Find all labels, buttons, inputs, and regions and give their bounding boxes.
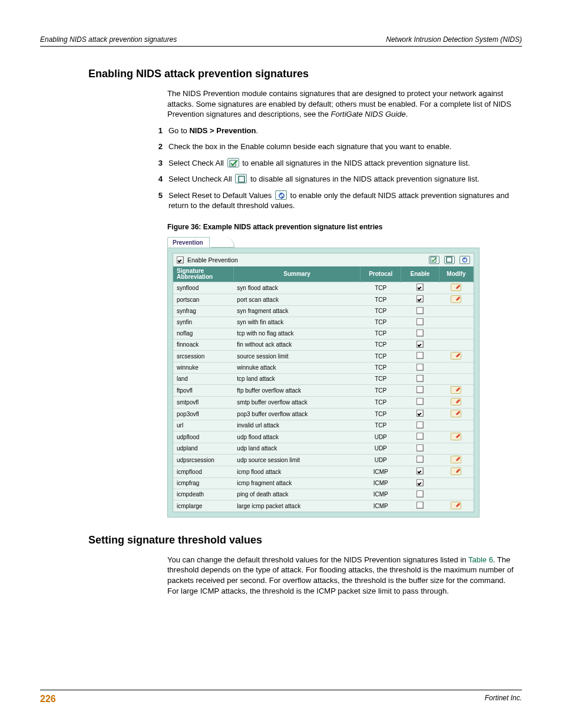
cell-modify [439,420,473,431]
enable-checkbox[interactable] [416,364,424,371]
col-header-enable: Enable [401,266,439,282]
cell-abbr: noflag [173,328,233,339]
enable-checkbox[interactable] [416,318,424,325]
cell-modify [439,339,473,350]
enable-checkbox[interactable] [416,456,424,463]
cell-abbr: udpland [173,443,233,454]
cell-enable [401,384,439,396]
cell-summary: udp flood attack [233,431,360,443]
cell-protocol: TCP [361,420,401,431]
enable-checkbox[interactable] [416,295,424,302]
cell-abbr: icmplarge [173,500,233,512]
cell-abbr: srcsession [173,350,233,362]
modify-icon[interactable] [451,284,461,291]
enable-prevention-checkbox[interactable] [177,256,184,263]
modify-icon[interactable] [451,456,461,463]
cell-enable [401,408,439,420]
cell-enable [401,489,439,500]
cell-summary: invalid url attack [233,420,360,431]
enable-checkbox[interactable] [416,479,424,486]
table-row: icmplargelarge icmp packet attackICMP [173,500,474,512]
enable-checkbox[interactable] [416,386,424,393]
modify-icon[interactable] [451,352,461,360]
cell-summary: udp land attack [233,443,360,454]
cell-enable [401,350,439,362]
intro-guide-name: FortiGate NIDS Guide [331,110,406,118]
step-5-text-a: Select Reset to Default Values [168,191,274,200]
cell-summary: winnuke attack [233,362,360,373]
cell-abbr: synfrag [173,305,233,317]
col-header-protocol: Protocal [361,266,401,282]
publisher: Fortinet Inc. [485,694,522,704]
step-1: 1 Go to NIDS > Prevention. [152,126,522,136]
step-3: 3 Select Check All to enable all signatu… [152,158,522,169]
cell-summary: smtp buffer overflow attack [233,396,360,408]
enable-checkbox[interactable] [416,341,424,348]
enable-checkbox[interactable] [416,421,424,429]
cell-modify [439,477,473,489]
enable-checkbox[interactable] [416,284,424,291]
section-title-threshold: Setting signature threshold values [88,534,522,546]
toolbar-reset-button[interactable] [459,256,470,264]
intro-text-b: . [406,110,408,118]
enable-prevention-row: Enable Prevention [173,253,474,266]
cell-protocol: TCP [361,328,401,339]
enable-checkbox[interactable] [416,433,424,440]
modify-icon[interactable] [451,398,461,406]
step-5-number: 5 [152,190,163,201]
cell-protocol: TCP [361,396,401,408]
cell-enable [401,294,439,305]
cell-abbr: icmpfrag [173,477,233,489]
enable-checkbox[interactable] [416,375,424,382]
table-row: noflagtcp with no flag attackTCP [173,328,474,339]
cell-modify [439,362,473,373]
modify-icon[interactable] [451,410,461,417]
svg-rect-4 [447,257,452,262]
reset-default-icon [275,190,287,200]
col-header-modify: Modify [439,266,473,282]
modify-icon[interactable] [451,467,461,475]
enable-checkbox[interactable] [416,307,424,314]
page-footer: 226 Fortinet Inc. [40,690,522,704]
table-6-link[interactable]: Table 6 [468,555,493,564]
enable-checkbox[interactable] [416,444,424,452]
enable-checkbox[interactable] [416,330,424,337]
toolbar-uncheck-all-button[interactable] [444,256,455,264]
tab-prevention[interactable]: Prevention [167,237,210,248]
enable-checkbox[interactable] [416,490,424,498]
cell-abbr: udpsrcsession [173,454,233,466]
figure-caption: Figure 36: Example NIDS attack preventio… [167,223,522,231]
cell-enable [401,305,439,317]
enable-checkbox[interactable] [416,467,424,475]
step-1-text-c: . [256,126,258,135]
cell-modify [439,396,473,408]
cell-abbr: finnoack [173,339,233,350]
enable-checkbox[interactable] [416,352,424,359]
cell-protocol: TCP [361,317,401,328]
cell-protocol: UDP [361,454,401,466]
cell-protocol: ICMP [361,500,401,512]
cell-abbr: icmpdeath [173,489,233,500]
cell-modify [439,294,473,305]
modify-icon[interactable] [451,433,461,440]
enable-checkbox[interactable] [416,502,424,509]
cell-summary: syn with fin attack [233,317,360,328]
cell-modify [439,466,473,477]
enable-checkbox[interactable] [416,398,424,405]
page-number: 226 [40,694,56,704]
cell-enable [401,500,439,512]
cell-enable [401,454,439,466]
enable-checkbox[interactable] [416,410,424,417]
cell-protocol: TCP [361,373,401,384]
toolbar-check-all-button[interactable] [429,256,439,264]
modify-icon[interactable] [451,502,461,509]
step-2-number: 2 [152,141,163,152]
modify-icon[interactable] [451,386,461,394]
check-all-icon [227,158,239,167]
step-5: 5 Select Reset to Default Values to enab… [152,190,522,211]
table-row: synfragsyn fragment attackTCP [173,305,474,317]
modify-icon[interactable] [451,295,461,303]
cell-modify [439,431,473,443]
table-row: udplandudp land attackUDP [173,443,474,454]
uncheck-all-icon [235,174,247,183]
